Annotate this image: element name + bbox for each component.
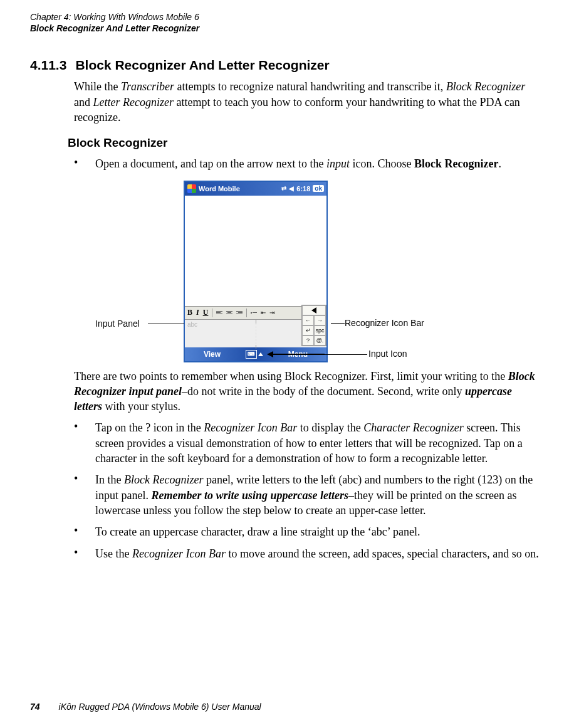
running-header: Chapter 4: Working With Windows Mobile 6… (30, 11, 544, 34)
callout-input-icon: Input Icon (368, 349, 407, 359)
windows-flag-icon (187, 184, 196, 193)
page-footer: 74 iKôn Rugged PDA (Windows Mobile 6) Us… (30, 702, 261, 712)
footer-title: iKôn Rugged PDA (Windows Mobile 6) User … (59, 702, 261, 712)
pda-frame: Word Mobile ⇄ ◀ 6:18 ok B I U ⇤ ⇥ (184, 181, 328, 362)
intro-paragraph: While the Transcriber attempts to recogn… (74, 79, 539, 125)
speaker-icon: ◀ (289, 185, 294, 192)
figure-pda-screenshot: Word Mobile ⇄ ◀ 6:18 ok B I U ⇤ ⇥ (68, 181, 506, 362)
keyboard-icon[interactable]: ⌨ (246, 350, 257, 359)
align-left-button[interactable] (216, 311, 222, 314)
enter-icon[interactable]: ↵ (302, 325, 314, 335)
connectivity-icon: ⇄ (281, 185, 286, 192)
bullet-open-document: • Open a document, and tap on the arrow … (74, 156, 539, 171)
italic-button[interactable]: I (196, 308, 199, 317)
symbol-icon[interactable]: @. (314, 335, 326, 346)
leader-line (331, 323, 345, 324)
callout-input-panel: Input Panel (95, 319, 140, 329)
sub-heading: Block Recognizer (68, 136, 544, 150)
document-body[interactable] (185, 196, 326, 307)
arrow-to-input-icon (267, 352, 325, 356)
indent-decrease-button[interactable]: ⇤ (261, 309, 266, 316)
arrow-left-icon[interactable]: ← (302, 315, 314, 325)
bullet-write-letters: • In the Block Recognizer panel, write l… (74, 472, 539, 518)
ok-button[interactable]: ok (313, 185, 324, 192)
pda-titlebar: Word Mobile ⇄ ◀ 6:18 ok (185, 182, 326, 196)
app-title: Word Mobile (199, 185, 240, 193)
recognizer-icon-bar: ← → ↵ spc ? @. (301, 305, 326, 346)
input-selector-arrow-icon[interactable] (258, 352, 263, 356)
section-number: 4.11.3 (30, 58, 66, 73)
leader-line (325, 354, 367, 355)
bullet-uppercase: • To create an uppercase character, draw… (74, 524, 539, 539)
space-button[interactable]: spc (314, 325, 326, 335)
bold-button[interactable]: B (187, 308, 192, 317)
section-heading: 4.11.3 Block Recognizer And Letter Recog… (30, 58, 544, 73)
indent-increase-button[interactable]: ⇥ (269, 309, 274, 316)
bullet-help-icon: • Tap on the ? icon in the Recognizer Ic… (74, 420, 539, 466)
bullet-list-button[interactable] (251, 312, 257, 314)
underline-button[interactable]: U (203, 308, 209, 317)
bullet-use-icon-bar: • Use the Recognizer Icon Bar to move ar… (74, 546, 539, 561)
arrow-right-icon[interactable]: → (314, 315, 326, 325)
callout-recognizer-icon-bar: Recognizer Icon Bar (345, 318, 424, 328)
header-section: Block Recognizer And Letter Recognizer (30, 23, 544, 34)
collapse-icon[interactable] (302, 305, 326, 315)
header-chapter: Chapter 4: Working With Windows Mobile 6 (30, 11, 544, 23)
section-title: Block Recognizer And Letter Recognizer (75, 58, 329, 73)
leader-line (148, 324, 184, 324)
view-menu[interactable]: View (204, 350, 221, 359)
align-center-button[interactable] (226, 311, 232, 314)
usage-paragraph: There are two points to remember when us… (74, 369, 539, 414)
help-icon[interactable]: ? (302, 335, 314, 346)
abc-region[interactable]: abc (185, 320, 256, 347)
page-number: 74 (30, 702, 40, 712)
align-right-button[interactable] (236, 311, 243, 314)
clock: 6:18 (296, 185, 310, 193)
